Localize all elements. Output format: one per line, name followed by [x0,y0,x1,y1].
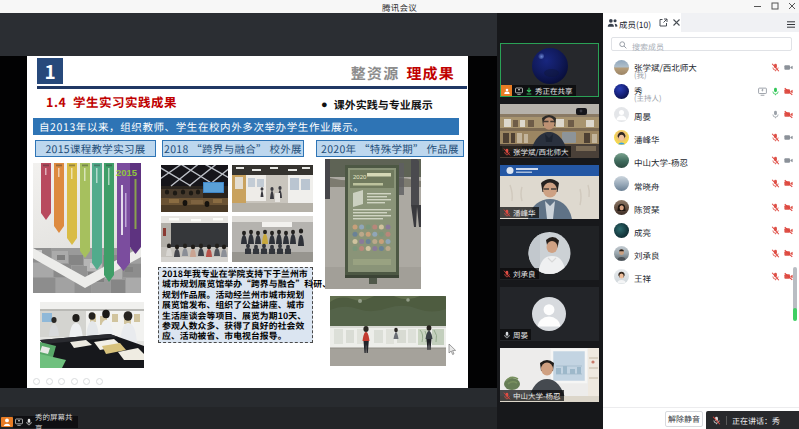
svg-text:2015: 2015 [116,167,138,178]
svg-text:2020: 2020 [353,174,367,180]
